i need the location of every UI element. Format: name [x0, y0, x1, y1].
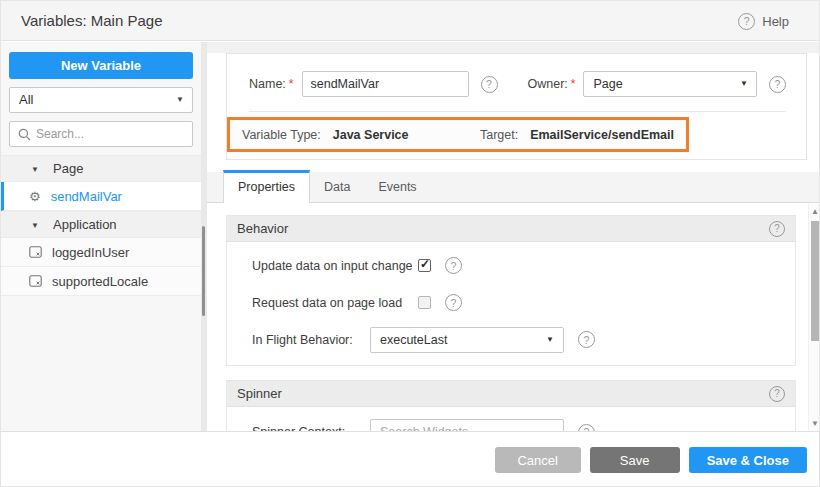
behavior-section-body: Update data on input change Request data…: [227, 242, 795, 365]
properties-tab-content: Behavior Update data on input change Req…: [207, 204, 808, 431]
spinner-context-select[interactable]: Search Widgets: [370, 419, 564, 431]
spinner-section-body: Spinner Context: Search Widgets: [227, 407, 795, 431]
request-data-checkbox[interactable]: [418, 296, 431, 309]
update-data-help-icon[interactable]: [445, 257, 462, 274]
spinner-context-row: Spinner Context: Search Widgets: [227, 412, 795, 431]
request-data-row: Request data on page load: [227, 284, 795, 321]
target-value: EmailService/sendEmail: [530, 128, 674, 142]
card-divider: [249, 111, 786, 112]
owner-label: Owner:: [528, 77, 568, 91]
name-label: Name:: [249, 77, 286, 91]
scroll-down-icon[interactable]: ▼: [809, 419, 820, 428]
request-data-label: Request data on page load: [252, 296, 418, 310]
panel-top-strip: [207, 42, 820, 53]
tree-group-application[interactable]: ▼ Application: [1, 211, 201, 238]
tab-data[interactable]: Data: [310, 172, 364, 202]
behavior-section: Behavior Update data on input change Req…: [226, 215, 796, 366]
behavior-help-icon[interactable]: [769, 221, 785, 237]
tree-group-page[interactable]: ▼ Page: [1, 155, 201, 182]
detail-tabs: Properties Data Events: [207, 172, 820, 203]
save-close-button[interactable]: Save & Close: [689, 447, 807, 473]
chevron-down-icon: ▼: [31, 221, 39, 230]
cancel-button[interactable]: Cancel: [495, 447, 581, 473]
owner-help-icon[interactable]: [769, 76, 786, 93]
tree-item-supportedlocale[interactable]: supportedLocale: [1, 267, 201, 296]
spinner-title: Spinner: [237, 386, 769, 401]
chevron-down-icon: ▼: [31, 165, 39, 174]
variable-summary-card: Name: * Owner: * Page Variable Type: Jav…: [226, 53, 807, 160]
tab-events[interactable]: Events: [364, 172, 430, 202]
update-data-label: Update data on input change: [252, 259, 418, 273]
help-icon: [738, 13, 755, 30]
name-owner-row: Name: * Owner: * Page: [249, 70, 786, 98]
in-flight-help-icon[interactable]: [578, 331, 595, 348]
variables-dialog: Variables: Main Page Help New Variable A…: [0, 0, 820, 487]
service-variable-icon: [29, 190, 41, 203]
save-button[interactable]: Save: [590, 447, 680, 473]
spinner-section-header: Spinner: [227, 381, 795, 407]
variable-detail-panel: Name: * Owner: * Page Variable Type: Jav…: [207, 42, 820, 431]
content-scrollbar[interactable]: ▲ ▼: [808, 204, 820, 431]
search-input[interactable]: [36, 122, 186, 146]
sidebar-scrollbar-thumb[interactable]: [202, 226, 205, 316]
static-variable-icon: [29, 246, 42, 258]
spinner-help-icon[interactable]: [769, 386, 785, 402]
scroll-up-icon[interactable]: ▲: [809, 207, 820, 216]
variables-sidebar: New Variable All ▼ Page sendMailVar ▼ Ap…: [1, 42, 201, 431]
required-marker: *: [289, 77, 294, 91]
search-box: [9, 121, 193, 147]
target-label: Target:: [480, 128, 518, 142]
in-flight-row: In Flight Behavior: executeLast: [227, 321, 795, 358]
behavior-section-header: Behavior: [227, 216, 795, 242]
page-title: Variables: Main Page: [21, 1, 162, 41]
static-variable-icon: [29, 275, 42, 287]
update-data-row: Update data on input change: [227, 247, 795, 284]
help-label: Help: [762, 14, 789, 29]
spinner-section: Spinner Spinner Context: Search Widgets: [226, 380, 796, 431]
search-icon: [18, 128, 31, 141]
variables-tree: ▼ Page sendMailVar ▼ Application loggedI…: [1, 155, 201, 296]
update-data-checkbox[interactable]: [418, 259, 431, 272]
help-button[interactable]: Help: [738, 1, 789, 41]
variable-type-label: Variable Type:: [242, 128, 321, 142]
scrollbar-thumb[interactable]: [811, 221, 820, 341]
name-help-icon[interactable]: [481, 76, 498, 93]
owner-select[interactable]: Page: [583, 71, 757, 97]
name-input[interactable]: [302, 71, 469, 97]
tree-item-sendmailvar[interactable]: sendMailVar: [1, 182, 201, 211]
spinner-context-help-icon[interactable]: [578, 424, 595, 432]
variable-type-value: Java Service: [333, 128, 409, 142]
request-data-help-icon[interactable]: [445, 294, 462, 311]
in-flight-label: In Flight Behavior:: [252, 333, 370, 347]
tab-properties[interactable]: Properties: [223, 170, 310, 203]
variable-type-highlight: Variable Type: Java Service Target: Emai…: [227, 117, 689, 152]
new-variable-button[interactable]: New Variable: [9, 52, 193, 79]
dialog-header: Variables: Main Page Help: [1, 1, 820, 41]
variable-filter-select[interactable]: All: [9, 87, 193, 113]
required-marker: *: [571, 77, 576, 91]
tree-item-loggedinuser[interactable]: loggedInUser: [1, 238, 201, 267]
dialog-footer: Cancel Save Save & Close: [1, 431, 820, 487]
in-flight-select[interactable]: executeLast: [370, 327, 564, 353]
behavior-title: Behavior: [237, 221, 769, 236]
